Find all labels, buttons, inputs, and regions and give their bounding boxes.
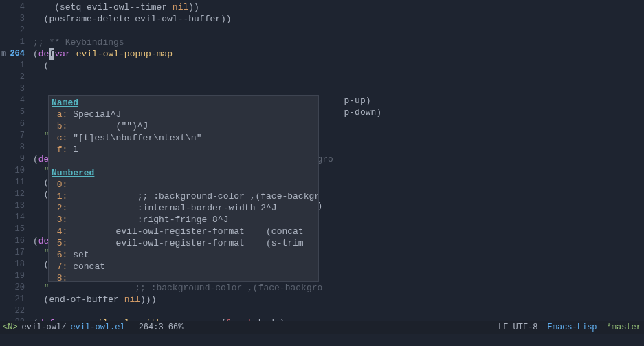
popup-item: c: "[t]est\nbuffer\ntext\n" (52, 132, 315, 144)
code-content[interactable]: ( (33, 60, 644, 72)
code-line[interactable]: 3 (0, 83, 644, 95)
popup-item: 0: (52, 179, 315, 191)
line-number: 1 (0, 60, 33, 72)
line-number: 17 (0, 247, 33, 259)
code-line[interactable]: m264(defvar evil-owl-popup-map (0, 48, 644, 60)
line-number: 15 (0, 224, 33, 235)
line-number: 6 (0, 118, 33, 130)
code-content[interactable]: " ;; :background-color ,(face-backgro (33, 282, 644, 294)
line-number: 5 (0, 107, 33, 118)
code-line[interactable]: 3 (posframe-delete evil-owl--buffer)) (0, 13, 644, 25)
popup-section-header: Named (52, 97, 315, 109)
modeline-position: 264:3 66% (139, 322, 184, 334)
minibuffer[interactable] (0, 334, 644, 346)
line-number: 8 (0, 142, 33, 153)
line-number: 22 (0, 305, 33, 317)
popup-item: 1: ;; :background-color ,(face-backgro (52, 191, 315, 202)
popup-item: 3: :right-fringe 8^J (52, 214, 315, 226)
code-line[interactable]: 1;; ** Keybindings (0, 36, 644, 48)
line-number: 2 (0, 72, 33, 83)
line-number: 19 (0, 270, 33, 282)
register-popup: Named a: Special^J b: ("")^J c: "[t]est\… (48, 95, 319, 282)
modeline-path: evil-owl/evil-owl.el (18, 322, 125, 334)
code-line[interactable]: 1 ( (0, 60, 644, 72)
line-number: 13 (0, 200, 33, 212)
evil-state-indicator: <N> (3, 322, 18, 334)
line-number: 4 (0, 1, 33, 13)
line-indicator: m (0, 48, 6, 60)
popup-item: 5: evil-owl-register-format (s-trim (52, 237, 315, 249)
popup-item: 7: concat (52, 261, 315, 272)
code-content[interactable]: (end-of-buffer nil))) (33, 294, 644, 305)
line-number: 14 (0, 212, 33, 224)
modeline-encoding: LF UTF-8 (498, 322, 538, 334)
line-number: 20 (0, 282, 33, 294)
popup-item: f: l (52, 144, 315, 155)
popup-item: a: Special^J (52, 109, 315, 120)
line-number: 21 (0, 294, 33, 305)
popup-item: b: ("")^J (52, 120, 315, 132)
code-content[interactable]: ;; ** Keybindings (33, 36, 644, 48)
popup-section-header: Numbered (52, 167, 315, 179)
code-content[interactable]: (setq evil-owl--timer nil)) (33, 1, 644, 13)
code-line[interactable]: 2 (0, 72, 644, 83)
line-number: 7 (0, 130, 33, 142)
line-number: 10 (0, 165, 33, 177)
popup-item: 4: evil-owl-register-format (concat (52, 226, 315, 237)
code-content[interactable]: (defvar evil-owl-popup-map (33, 48, 644, 60)
popup-item: 8: (52, 272, 315, 282)
modeline-major-mode: Emacs-Lisp (548, 322, 597, 334)
code-line[interactable]: 2 (0, 25, 644, 36)
modeline: <N> evil-owl/evil-owl.el 264:3 66% LF UT… (0, 321, 644, 334)
code-line[interactable]: 22 (0, 305, 644, 317)
line-number: 16 (0, 235, 33, 247)
line-number: 2 (0, 25, 33, 36)
popup-item: 2: :internal-border-width 2^J (52, 202, 315, 214)
code-line[interactable]: 21 (end-of-buffer nil))) (0, 294, 644, 305)
line-number: 18 (0, 259, 33, 270)
line-number: 3 (0, 83, 33, 95)
line-number: 4 (0, 95, 33, 107)
line-number: 3 (0, 13, 33, 25)
line-number: 12 (0, 188, 33, 200)
line-number: 9 (0, 153, 33, 165)
modeline-vc-branch: *master (607, 322, 641, 334)
line-number: 1 (0, 36, 33, 48)
code-line[interactable]: 20 " ;; :background-color ,(face-backgro (0, 282, 644, 294)
popup-item: 6: set (52, 249, 315, 261)
line-number: 11 (0, 177, 33, 188)
code-content[interactable]: (posframe-delete evil-owl--buffer)) (33, 13, 644, 25)
code-line[interactable]: 4 (setq evil-owl--timer nil)) (0, 1, 644, 13)
